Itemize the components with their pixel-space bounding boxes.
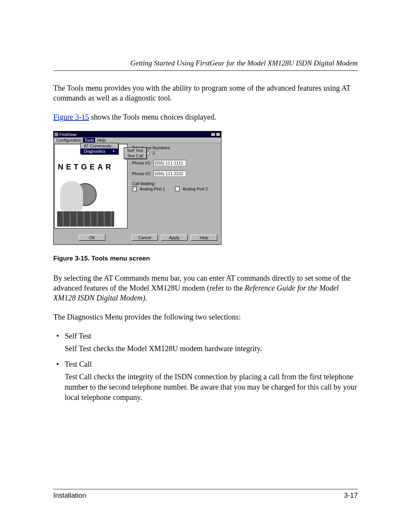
paragraph-2-rest: shows the Tools menu choices displayed.	[89, 113, 216, 121]
phone2-label: Phone #2:	[132, 171, 151, 176]
figure-caption: Figure 3-15. Tools menu screen	[53, 255, 358, 262]
checkbox-analog-port-1[interactable]	[132, 187, 137, 191]
app-title: FirstGear	[59, 132, 77, 137]
titlebar: FirstGear	[54, 131, 221, 137]
list-item: Test Call Test Call checks the integrity…	[65, 359, 358, 403]
menu-item-label: AT Commands...	[84, 144, 115, 148]
phone2-input[interactable]: (555) 111-2222	[153, 171, 186, 177]
figure-link[interactable]: Figure 3-15	[53, 113, 89, 121]
app-icon	[54, 133, 58, 136]
paragraph-1: The Tools menu provides you with the abi…	[53, 83, 358, 103]
list-item: Self Test Self Test checks the Model XM1…	[65, 331, 358, 354]
phone1-label: Phone #1:	[132, 161, 151, 165]
paragraph-4: The Diagnostics Menu provides the follow…	[53, 312, 358, 322]
screenshot-figure: FirstGear Configuration Tools Help AT Co…	[53, 131, 358, 262]
menu-help[interactable]: Help	[96, 138, 107, 142]
radio-2-label: 2	[153, 151, 155, 155]
bullet-title: Test Call	[65, 360, 92, 368]
apply-button[interactable]: Apply	[161, 235, 188, 241]
tools-dropdown: AT Commands... Diagnostics ▸	[80, 143, 118, 154]
menu-item-at-commands[interactable]: AT Commands...	[81, 143, 118, 149]
bullet-desc: Self Test checks the Model XM128U modem …	[65, 343, 358, 354]
chevron-right-icon: ▸	[113, 149, 115, 153]
menu-item-test-call[interactable]: Test Call	[124, 153, 146, 158]
menu-item-self-test[interactable]: Self Test	[124, 148, 146, 153]
page-header: Getting Started Using FirstGear for the …	[53, 59, 358, 71]
paragraph-2: Figure 3-15 shows the Tools menu choices…	[53, 112, 358, 122]
footer-left: Installation	[53, 492, 86, 500]
minimize-icon[interactable]	[211, 133, 215, 136]
analog-port-2-label: Analog Port 2	[183, 187, 208, 191]
paragraph-3: By selecting the AT Commands menu bar, y…	[53, 273, 358, 303]
checkbox-analog-port-2[interactable]	[175, 187, 180, 191]
cancel-button[interactable]: Cancel	[131, 235, 158, 241]
analog-port-1-label: Analog Port 1	[140, 187, 165, 191]
ok-button[interactable]: OK	[79, 235, 105, 241]
close-icon[interactable]	[216, 133, 220, 136]
menu-item-label: Diagnostics	[84, 149, 105, 153]
menu-tools[interactable]: Tools	[83, 138, 95, 142]
bullet-list: Self Test Self Test checks the Model XM1…	[53, 331, 358, 403]
bullet-desc: Test Call checks the integrity of the IS…	[65, 372, 358, 403]
page-footer: Installation 3-17	[53, 489, 358, 500]
diagnostics-flyout: Self Test Test Call	[124, 147, 147, 159]
bullet-title: Self Test	[65, 332, 91, 340]
footer-right: 3-17	[344, 492, 358, 500]
call-waiting-label: Call Waiting:	[132, 181, 155, 186]
help-button[interactable]: Help	[191, 235, 217, 241]
menu-configuration[interactable]: Configuration	[55, 138, 82, 142]
phone1-input[interactable]: (555) 111-1111	[153, 160, 186, 166]
brand-panel: NETGEAR	[54, 144, 127, 228]
app-window: FirstGear Configuration Tools Help AT Co…	[53, 131, 221, 245]
menu-item-diagnostics[interactable]: Diagnostics ▸	[81, 149, 118, 154]
menubar: Configuration Tools Help	[54, 137, 221, 143]
gear-illustration	[56, 179, 117, 228]
